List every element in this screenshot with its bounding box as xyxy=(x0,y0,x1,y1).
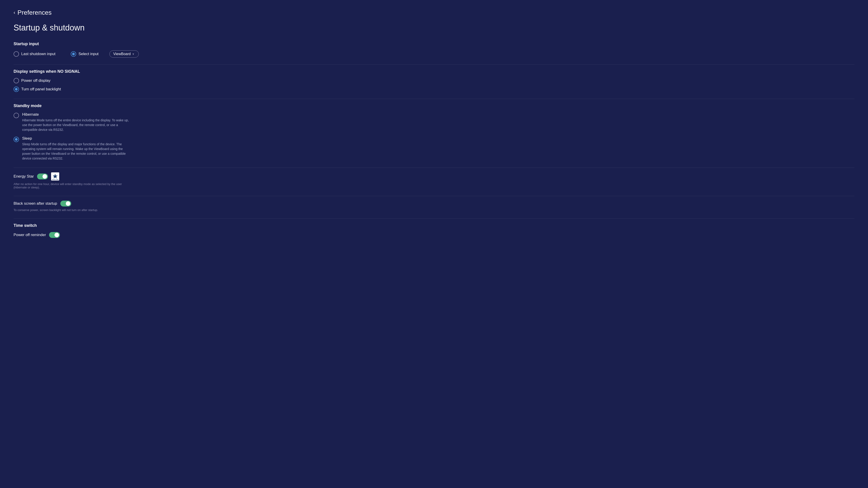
select-input-radio[interactable] xyxy=(71,51,76,57)
last-shutdown-input-option[interactable]: Last shutdown input xyxy=(13,51,55,57)
power-off-display-text: Power off display xyxy=(21,78,51,83)
turn-off-backlight-radio[interactable] xyxy=(13,87,19,92)
power-off-reminder-toggle-thumb xyxy=(55,233,59,237)
turn-off-backlight-option[interactable]: Turn off panel backlight xyxy=(13,87,855,92)
black-screen-label: Black screen after startup xyxy=(13,201,57,206)
sleep-text-block: Sleep Sleep Mode turns off the display a… xyxy=(22,136,131,161)
hibernate-desc: Hibernate Mode turns off the entire devi… xyxy=(22,118,131,132)
dropdown-arrow-icon: ▾ xyxy=(132,52,134,56)
black-screen-toggle-track xyxy=(60,201,71,206)
nav-title: Preferences xyxy=(18,9,52,16)
energy-star-toggle-thumb xyxy=(42,174,47,179)
back-nav[interactable]: ‹ Preferences xyxy=(13,9,855,16)
time-switch-label: Time switch xyxy=(13,223,855,228)
power-off-reminder-toggle[interactable] xyxy=(49,232,60,238)
power-off-reminder-row: Power off reminder xyxy=(13,232,855,238)
sleep-desc: Sleep Mode turns off the display and maj… xyxy=(22,142,131,161)
black-screen-row: Black screen after startup xyxy=(13,201,855,206)
energy-star-info: After no action for one hour, device wil… xyxy=(13,182,127,189)
display-settings-section: Display settings when NO SIGNAL Power of… xyxy=(13,69,855,92)
hibernate-text-block: Hibernate Hibernate Mode turns off the e… xyxy=(22,112,131,132)
time-switch-section: Time switch Power off reminder xyxy=(13,223,855,238)
startup-input-section: Startup input Last shutdown input Select… xyxy=(13,41,855,58)
standby-mode-label: Standby mode xyxy=(13,103,855,108)
energy-star-section: Energy Star ENERGY STAR After no action … xyxy=(13,172,855,189)
dropdown-value: ViewBoard xyxy=(113,52,131,56)
back-arrow-icon: ‹ xyxy=(13,10,15,15)
standby-mode-section: Standby mode Hibernate Hibernate Mode tu… xyxy=(13,103,855,161)
page-title: Startup & shutdown xyxy=(13,23,855,33)
energy-star-label: Energy Star xyxy=(13,174,34,179)
turn-off-backlight-text: Turn off panel backlight xyxy=(21,87,61,92)
power-off-display-option[interactable]: Power off display xyxy=(13,78,855,84)
display-settings-options: Power off display Turn off panel backlig… xyxy=(13,78,855,92)
hibernate-title: Hibernate xyxy=(22,112,131,117)
black-screen-section: Black screen after startup To conserve p… xyxy=(13,201,855,212)
startup-input-options: Last shutdown input Select input ViewBoa… xyxy=(13,51,855,58)
select-input-option[interactable]: Select input xyxy=(71,51,98,57)
black-screen-toggle-thumb xyxy=(66,201,70,206)
black-screen-toggle[interactable] xyxy=(60,201,71,206)
sleep-option[interactable]: Sleep Sleep Mode turns off the display a… xyxy=(13,136,855,161)
energy-star-toggle[interactable] xyxy=(37,173,48,180)
divider-1 xyxy=(13,64,855,65)
power-off-reminder-toggle-track xyxy=(49,232,60,238)
divider-2 xyxy=(13,99,855,99)
viewboard-dropdown[interactable]: ViewBoard ▾ xyxy=(110,51,139,58)
last-shutdown-input-radio[interactable] xyxy=(13,51,19,57)
energy-star-toggle-track xyxy=(37,173,48,180)
svg-text:ENERGY STAR: ENERGY STAR xyxy=(52,179,59,180)
sleep-radio[interactable] xyxy=(13,137,19,142)
black-screen-info: To conserve power, screen backlight will… xyxy=(13,208,127,212)
last-shutdown-input-text: Last shutdown input xyxy=(21,52,55,56)
hibernate-radio[interactable] xyxy=(13,113,19,118)
startup-input-label: Startup input xyxy=(13,41,855,46)
sleep-title: Sleep xyxy=(22,136,131,141)
power-off-reminder-label: Power off reminder xyxy=(13,233,46,237)
display-settings-label: Display settings when NO SIGNAL xyxy=(13,69,855,74)
select-input-text: Select input xyxy=(79,52,98,56)
energy-star-row: Energy Star ENERGY STAR xyxy=(13,172,855,181)
hibernate-option[interactable]: Hibernate Hibernate Mode turns off the e… xyxy=(13,112,855,132)
power-off-display-radio[interactable] xyxy=(13,78,19,84)
energy-star-icon: ENERGY STAR xyxy=(51,172,59,181)
